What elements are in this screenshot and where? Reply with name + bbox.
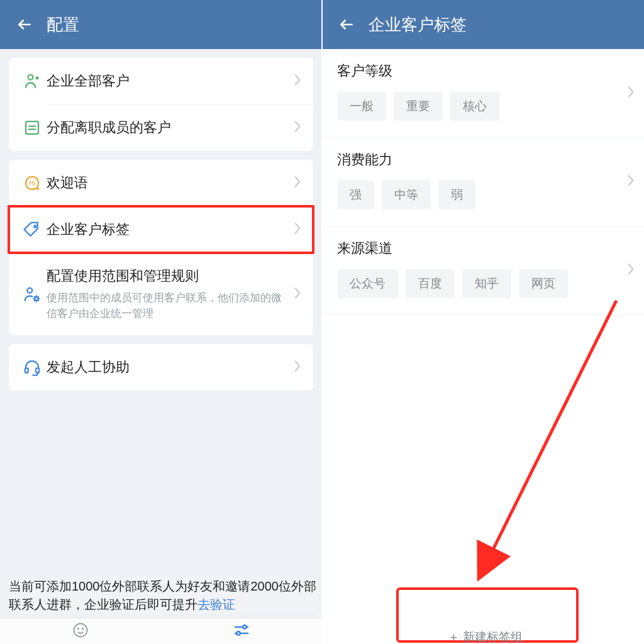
- tag-chip[interactable]: 重要: [394, 92, 443, 121]
- tag-chip[interactable]: 知乎: [462, 269, 511, 298]
- tag-chip[interactable]: 一般: [337, 92, 386, 121]
- list-row[interactable]: 分配离职成员的客户: [9, 104, 313, 151]
- chevron-right-icon: [626, 174, 635, 190]
- list-row[interactable]: 配置使用范围和管理规则使用范围中的成员可使用客户联系，他们添加的微信客户由企业统…: [9, 253, 313, 335]
- right-pane: 企业客户标签 客户等级一般重要核心消费能力强中等弱来源渠道公众号百度知乎网页 ＋…: [322, 0, 644, 644]
- person-gear-icon: [18, 285, 47, 304]
- chevron-right-icon: [626, 85, 635, 101]
- tag-list: 强中等弱: [337, 180, 629, 209]
- header-title-left: 配置: [47, 14, 79, 36]
- tag-chip[interactable]: 百度: [406, 269, 455, 298]
- list-row[interactable]: 发起人工协助: [9, 344, 313, 391]
- list-row[interactable]: 企业客户标签: [9, 206, 313, 253]
- tag-chip[interactable]: 强: [337, 180, 374, 209]
- chevron-right-icon: [293, 175, 302, 191]
- footer-notice: 当前可添加1000位外部联系人为好友和邀请2000位外部联系人进群，企业验证后即…: [9, 577, 318, 614]
- list-group: 发起人工协助: [9, 344, 313, 391]
- svg-point-17: [236, 631, 240, 635]
- back-arrow-icon: [16, 16, 33, 33]
- chevron-right-icon: [626, 262, 635, 279]
- footer-verify-link[interactable]: 去验证: [197, 597, 235, 611]
- svg-point-13: [82, 628, 82, 628]
- bottom-toolbar: [0, 618, 322, 644]
- row-label: 配置使用范围和管理规则: [47, 267, 289, 286]
- tag-section[interactable]: 客户等级一般重要核心: [322, 49, 644, 138]
- back-arrow-icon: [338, 16, 355, 33]
- back-button[interactable]: [13, 13, 36, 36]
- left-pane: 配置 企业全部客户分配离职成员的客户Hi欢迎语企业客户标签配置使用范围和管理规则…: [0, 0, 322, 644]
- row-label: 发起人工协助: [47, 358, 289, 377]
- person-icon: [18, 72, 47, 91]
- emoji-icon[interactable]: [72, 621, 89, 641]
- add-tag-group-button[interactable]: ＋ 新建标签组: [448, 629, 523, 644]
- row-label: 分配离职成员的客户: [47, 118, 289, 137]
- tag-section-title: 来源渠道: [337, 239, 629, 258]
- svg-point-15: [243, 625, 247, 629]
- list-row[interactable]: 企业全部客户: [9, 58, 313, 104]
- tag-chip[interactable]: 弱: [438, 180, 475, 209]
- footer-text: 当前可添加1000位外部联系人为好友和邀请2000位外部联系人进群，企业验证后即…: [9, 579, 316, 611]
- row-label: 欢迎语: [47, 174, 289, 192]
- row-body: 分配离职成员的客户: [47, 118, 289, 137]
- tag-section-title: 客户等级: [337, 62, 629, 80]
- tag-chip[interactable]: 网页: [519, 269, 568, 298]
- svg-rect-2: [26, 121, 38, 134]
- chevron-right-icon: [293, 359, 302, 375]
- chevron-right-icon: [293, 286, 302, 303]
- row-body: 发起人工协助: [47, 358, 289, 377]
- list-icon: [18, 118, 47, 137]
- header-right: 企业客户标签: [322, 0, 644, 49]
- row-label: 企业全部客户: [47, 72, 289, 91]
- tag-icon: [18, 220, 47, 239]
- list-row[interactable]: Hi欢迎语: [9, 160, 313, 206]
- row-body: 配置使用范围和管理规则使用范围中的成员可使用客户联系，他们添加的微信客户由企业统…: [47, 267, 289, 321]
- back-button-right[interactable]: [335, 13, 358, 36]
- svg-rect-9: [25, 369, 28, 374]
- svg-text:Hi: Hi: [29, 180, 35, 187]
- row-subtext: 使用范围中的成员可使用客户联系，他们添加的微信客户由企业统一管理: [47, 291, 289, 321]
- tag-list: 一般重要核心: [337, 92, 629, 121]
- list-group: 企业全部客户分配离职成员的客户: [9, 58, 313, 151]
- list-group: Hi欢迎语企业客户标签配置使用范围和管理规则使用范围中的成员可使用客户联系，他们…: [9, 160, 313, 335]
- tag-section[interactable]: 消费能力强中等弱: [322, 138, 644, 226]
- svg-point-1: [28, 75, 33, 80]
- headset-icon: [18, 358, 47, 377]
- chevron-right-icon: [293, 119, 302, 136]
- pane-separator: [321, 0, 323, 644]
- chevron-right-icon: [293, 221, 302, 238]
- row-label: 企业客户标签: [47, 220, 289, 239]
- chat-hi-icon: Hi: [18, 174, 47, 192]
- svg-point-12: [77, 628, 78, 628]
- row-body: 企业客户标签: [47, 220, 289, 239]
- tag-chip[interactable]: 中等: [382, 180, 431, 209]
- chevron-right-icon: [293, 73, 302, 89]
- tag-list: 公众号百度知乎网页: [337, 269, 629, 298]
- tag-section[interactable]: 来源渠道公众号百度知乎网页: [322, 226, 644, 315]
- svg-line-19: [486, 301, 616, 565]
- tag-chip[interactable]: 核心: [450, 92, 499, 121]
- svg-point-11: [74, 623, 87, 636]
- annotation-arrow-icon: [460, 296, 624, 591]
- tag-chip[interactable]: 公众号: [337, 269, 398, 298]
- header-left: 配置: [0, 0, 322, 49]
- row-body: 欢迎语: [47, 174, 289, 192]
- header-title-right: 企业客户标签: [369, 14, 467, 36]
- svg-point-7: [27, 287, 32, 292]
- sliders-icon[interactable]: [232, 621, 251, 642]
- svg-point-6: [34, 225, 36, 228]
- row-body: 企业全部客户: [47, 72, 289, 91]
- tag-section-title: 消费能力: [337, 150, 629, 169]
